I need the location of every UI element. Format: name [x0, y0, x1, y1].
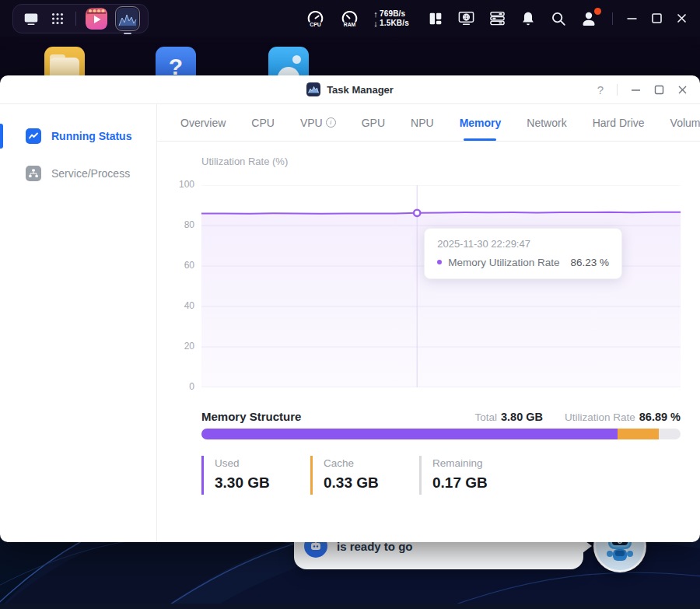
chart-tooltip: 2025-11-30 22:29:47 Memory Utilization R… [424, 228, 622, 279]
memory-stat-remaining: Remaining 0.17 GB [419, 456, 528, 495]
upload-arrow-icon: ↑ [373, 9, 378, 19]
sidebar-item-running-status[interactable]: Running Status [0, 120, 156, 152]
y-axis-tick: 80 [163, 219, 194, 232]
series-dot-icon [437, 260, 442, 264]
upload-speed: 769B/s [380, 9, 405, 19]
y-axis-tick: 100 [163, 179, 194, 191]
memory-structure-header: Memory Structure Total3.80 GB Utilizatio… [201, 410, 681, 423]
tooltip-series-label: Memory Utilization Rate [448, 257, 559, 268]
stat-label: Used [215, 457, 310, 469]
media-player-app-icon[interactable] [86, 8, 107, 30]
window-minimize-button[interactable] [631, 85, 641, 95]
sidebar: Running Status Service/Process [0, 104, 157, 542]
memory-structure-title: Memory Structure [201, 410, 301, 423]
sidebar-item-service-process[interactable]: Service/Process [0, 157, 156, 190]
dock-separator [75, 12, 76, 26]
tooltip-series-value: 86.23 % [570, 257, 609, 268]
tray-separator [612, 12, 613, 25]
person-head [292, 55, 301, 64]
main-content: Overview CPU VPUi GPU NPU Memory Network… [157, 104, 700, 542]
stat-label: Remaining [432, 457, 528, 469]
y-axis-tick: 40 [163, 300, 194, 313]
remote-display-icon[interactable] [457, 9, 475, 27]
memory-bar-cache-segment [618, 429, 660, 439]
show-desktop-icon[interactable] [23, 10, 40, 27]
task-manager-app-icon[interactable] [117, 8, 138, 30]
utilization-line-chart[interactable] [201, 185, 681, 387]
y-axis-tick: 60 [163, 260, 194, 272]
tab-network[interactable]: Network [527, 104, 566, 141]
user-account-icon[interactable] [580, 9, 599, 28]
task-manager-window: Task Manager ? Running Status [0, 75, 700, 542]
stat-label: Cache [324, 457, 419, 469]
wallpaper-bottom-band [0, 604, 700, 609]
line-chart-icon [26, 128, 41, 144]
download-arrow-icon: ↓ [373, 19, 378, 28]
desktop-close-button[interactable] [676, 12, 688, 24]
tooltip-timestamp: 2025-11-30 22:29:47 [437, 238, 609, 250]
tab-overview[interactable]: Overview [180, 104, 226, 141]
desktop-maximize-button[interactable] [651, 12, 663, 24]
tab-memory[interactable]: Memory [460, 104, 502, 141]
window-title: Task Manager [327, 84, 394, 96]
tab-vpu[interactable]: VPUi [300, 104, 336, 141]
memory-bar-used-segment [201, 429, 618, 439]
tab-cpu[interactable]: CPU [251, 104, 275, 141]
cpu-gauge-icon[interactable]: CPU [305, 8, 326, 29]
task-manager-window-icon [306, 82, 320, 96]
total-value: 3.80 GB [501, 411, 543, 423]
memory-panel: Utilization Rate (%) 100 80 60 40 20 0 2… [157, 142, 700, 542]
tab-volume[interactable]: Volume [670, 104, 700, 141]
y-axis-tick: 20 [163, 341, 194, 353]
search-icon[interactable] [550, 10, 567, 27]
window-maximize-button[interactable] [654, 85, 664, 95]
memory-stat-cache: Cache 0.33 GB [310, 456, 419, 495]
titlebar-separator [617, 84, 618, 96]
total-label: Total [474, 411, 497, 423]
svg-text:CPU: CPU [310, 22, 321, 27]
sidebar-item-label: Service/Process [51, 167, 130, 180]
notification-badge [594, 8, 601, 15]
svg-text:RAM: RAM [344, 22, 356, 27]
ram-gauge-icon[interactable]: RAM [339, 8, 360, 29]
utilization-rate-value: 86.89 % [639, 411, 681, 423]
tab-bar: Overview CPU VPUi GPU NPU Memory Network… [157, 104, 700, 142]
window-titlebar: Task Manager ? [0, 75, 700, 104]
tab-hard-drive[interactable]: Hard Drive [593, 104, 645, 141]
tab-npu[interactable]: NPU [411, 104, 434, 141]
sitemap-icon [26, 166, 41, 181]
stat-value: 0.33 GB [324, 474, 419, 492]
sidebar-item-label: Running Status [51, 130, 131, 142]
memory-usage-bar [201, 429, 681, 439]
tab-gpu[interactable]: GPU [362, 104, 385, 141]
storage-services-icon[interactable] [488, 9, 506, 27]
taskbar-app-dock [12, 4, 149, 33]
memory-stat-used: Used 3.30 GB [201, 456, 310, 495]
app-grid-icon[interactable] [49, 10, 66, 27]
notifications-bell-icon[interactable] [520, 10, 537, 27]
utilization-rate-label: Utilization Rate [565, 411, 635, 423]
window-close-button[interactable] [677, 85, 688, 95]
memory-stats: Used 3.30 GB Cache 0.33 GB Remaining 0.1… [201, 456, 528, 495]
y-axis-tick: 0 [163, 381, 194, 394]
help-button[interactable]: ? [597, 83, 604, 96]
widgets-icon[interactable] [427, 10, 444, 27]
stat-value: 3.30 GB [215, 474, 310, 492]
system-taskbar: CPU RAM ↑769B/s ↓1.5KB/s [0, 0, 700, 37]
desktop-minimize-button[interactable] [626, 12, 638, 24]
info-icon[interactable]: i [326, 117, 336, 128]
active-app-indicator [124, 33, 131, 34]
chart-title: Utilization Rate (%) [201, 156, 288, 167]
system-tray: CPU RAM ↑769B/s ↓1.5KB/s [305, 8, 688, 29]
stat-value: 0.17 GB [432, 474, 528, 492]
network-speed-indicator[interactable]: ↑769B/s ↓1.5KB/s [373, 9, 409, 28]
download-speed: 1.5KB/s [380, 19, 409, 28]
